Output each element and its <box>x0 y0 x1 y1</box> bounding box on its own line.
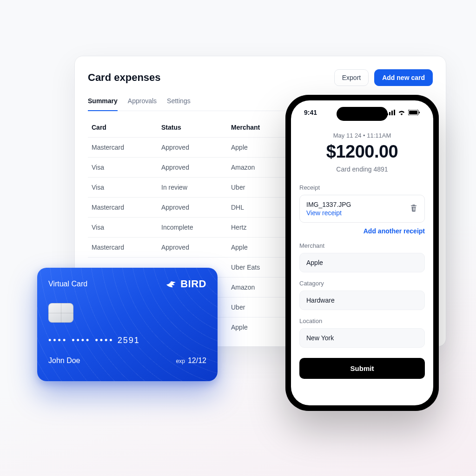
card-number: •••• •••• •••• 2591 <box>48 336 206 345</box>
location-label: Location <box>299 317 425 324</box>
card-type-label: Virtual Card <box>48 280 87 288</box>
transaction-summary: May 11 24 • 11:11AM $1200.00 Card ending… <box>299 132 425 173</box>
category-input[interactable]: Hardware <box>299 291 425 310</box>
virtual-card: Virtual Card BIRD •••• •••• •••• 2591 Jo… <box>37 268 218 381</box>
tab-approvals[interactable]: Approvals <box>128 94 157 111</box>
svg-rect-3 <box>394 110 395 115</box>
category-label: Catagory <box>299 280 425 287</box>
receipt-attachment: IMG_1337.JPG View receipt <box>299 195 425 223</box>
brand-name: BIRD <box>180 278 206 290</box>
card-expiry: exp12/12 <box>176 357 206 365</box>
chip-icon <box>48 303 73 323</box>
panel-header: Card expenses Export Add new card <box>88 69 433 86</box>
col-status: Status <box>161 124 231 131</box>
brand-logo: BIRD <box>165 278 206 290</box>
status-time: 9:41 <box>304 109 317 116</box>
svg-rect-6 <box>419 112 420 113</box>
status-icons <box>387 109 420 116</box>
location-input[interactable]: New York <box>299 328 425 348</box>
header-actions: Export Add new card <box>334 69 433 86</box>
view-receipt-link[interactable]: View receipt <box>306 209 351 217</box>
trash-icon <box>410 204 418 212</box>
merchant-label: Merchant <box>299 242 425 249</box>
dynamic-island <box>337 107 388 121</box>
transaction-amount: $1200.00 <box>299 142 425 162</box>
tab-summary[interactable]: Summary <box>88 94 118 111</box>
page-title: Card expenses <box>88 72 161 84</box>
merchant-field: Merchant Apple <box>299 242 425 272</box>
cardholder-name: John Doe <box>48 357 80 365</box>
category-field: Catagory Hardware <box>299 280 425 310</box>
phone-screen: 9:41 May 11 24 • 11:11AM $1200.00 Card e… <box>291 100 433 405</box>
card-ending-label: Card ending 4891 <box>299 165 425 173</box>
submit-button[interactable]: Submit <box>299 358 425 379</box>
receipt-section: Receipt IMG_1337.JPG View receipt Add an… <box>299 184 425 235</box>
bird-icon <box>165 278 177 290</box>
export-button[interactable]: Export <box>334 69 369 86</box>
svg-rect-1 <box>389 112 390 115</box>
receipt-label: Receipt <box>299 184 425 191</box>
delete-receipt-button[interactable] <box>410 204 418 214</box>
svg-rect-5 <box>409 111 417 114</box>
add-receipt-link[interactable]: Add another receipt <box>299 227 425 235</box>
location-field: Location New York <box>299 317 425 348</box>
merchant-input[interactable]: Apple <box>299 253 425 272</box>
receipt-filename: IMG_1337.JPG <box>306 201 351 208</box>
transaction-timestamp: May 11 24 • 11:11AM <box>299 132 425 139</box>
wifi-icon <box>398 110 405 115</box>
phone-mockup: 9:41 May 11 24 • 11:11AM $1200.00 Card e… <box>285 95 439 411</box>
col-card: Card <box>92 124 161 131</box>
add-new-card-button[interactable]: Add new card <box>374 69 433 86</box>
tab-settings[interactable]: Settings <box>167 94 191 111</box>
svg-rect-2 <box>391 111 393 115</box>
cellular-icon <box>387 110 395 115</box>
battery-icon <box>408 110 420 115</box>
